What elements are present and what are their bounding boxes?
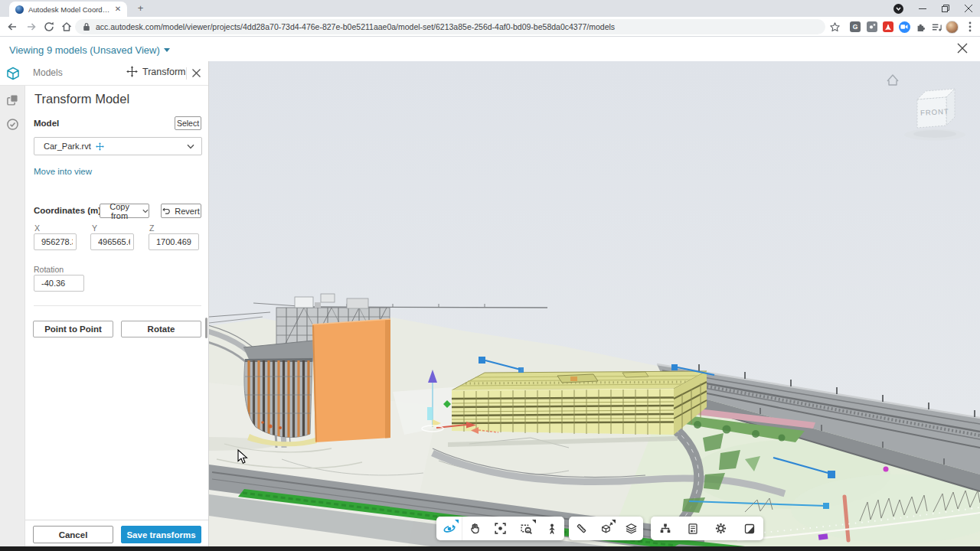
revert-button[interactable]: Revert	[161, 204, 201, 218]
rotation-input[interactable]	[34, 275, 84, 292]
zoom-window-button[interactable]	[513, 517, 539, 540]
tab-title: Autodesk Model Coordination	[28, 5, 110, 14]
coordinates-label: Coordinates (m)	[34, 206, 101, 215]
window-restore-button[interactable]	[934, 0, 957, 17]
x-axis-label: X	[34, 223, 40, 233]
tools-toolbar	[569, 517, 643, 540]
gear-icon	[714, 522, 727, 535]
z-coordinate-input[interactable]	[149, 233, 199, 250]
properties-button[interactable]	[679, 517, 707, 540]
model-section-label: Model	[34, 119, 59, 128]
orbit-icon	[443, 522, 456, 536]
autodesk-favicon-icon	[15, 5, 24, 14]
properties-icon	[687, 523, 699, 535]
move-into-view-link[interactable]: Move into view	[34, 167, 92, 176]
panel-close-icon[interactable]	[191, 68, 202, 79]
new-tab-button[interactable]: +	[135, 3, 146, 15]
view-selector[interactable]: Viewing 9 models (Unsaved View)	[9, 43, 170, 57]
panel-scrollbar[interactable]	[205, 318, 207, 338]
left-rail	[0, 86, 25, 546]
address-bar[interactable]: acc.autodesk.com/model/viewer/projects/4…	[75, 19, 825, 34]
window-minimize-button[interactable]	[911, 0, 934, 17]
pan-tool-button[interactable]	[462, 517, 488, 540]
model-dropdown[interactable]: Car_Park.rvt	[34, 137, 202, 155]
save-transforms-button[interactable]: Save transforms	[121, 526, 201, 543]
copy-from-label: Copy from	[100, 202, 139, 220]
panel-title: Transform Model	[34, 92, 129, 106]
chevron-down-icon	[187, 144, 194, 149]
layers-icon	[625, 522, 638, 535]
extension-zoom-icon[interactable]	[897, 20, 911, 34]
review-check-circle-icon[interactable]	[6, 118, 19, 131]
home-icon[interactable]	[60, 21, 73, 33]
viewer-canvas[interactable]: FRONT	[209, 61, 980, 546]
revert-label: Revert	[175, 207, 199, 216]
views-layers-icon[interactable]	[6, 93, 19, 106]
fit-to-view-button[interactable]	[488, 517, 513, 540]
bookmark-star-icon[interactable]	[828, 20, 841, 34]
cancel-button[interactable]: Cancel	[33, 526, 113, 543]
model-move-icon	[96, 142, 104, 151]
lock-icon	[83, 22, 90, 31]
transform-tab-label: Transform	[142, 67, 186, 77]
extension-capture-icon[interactable]	[865, 20, 879, 34]
recording-indicator-icon	[893, 4, 903, 14]
settings-button[interactable]	[707, 517, 735, 540]
browser-tab[interactable]: Autodesk Model Coordination ✕	[9, 2, 127, 17]
viewcube-front-label: FRONT	[920, 107, 949, 117]
first-person-button[interactable]	[539, 517, 564, 540]
extensions-puzzle-icon[interactable]	[914, 20, 928, 34]
forward-icon[interactable]	[25, 21, 38, 33]
window-close-button[interactable]	[957, 0, 980, 17]
x-coordinate-input[interactable]	[34, 233, 77, 250]
browser-menu-icon[interactable]	[963, 20, 977, 34]
zoom-window-icon	[520, 522, 533, 535]
reading-list-icon[interactable]	[929, 20, 943, 34]
pan-hand-icon	[469, 522, 482, 535]
tab-close-icon[interactable]: ✕	[113, 5, 122, 14]
bottom-edge-strip	[0, 546, 980, 551]
revert-undo-icon	[162, 207, 171, 215]
scene-3d: FRONT	[209, 61, 980, 546]
measure-ruler-icon	[575, 522, 588, 535]
model-tree-button[interactable]	[651, 517, 679, 540]
reload-icon[interactable]	[43, 21, 55, 33]
tab-transform[interactable]: Transform	[126, 66, 186, 77]
fit-to-view-icon	[494, 522, 507, 535]
models-cube-icon[interactable]	[6, 67, 20, 80]
selected-model-name: Car_Park.rvt	[44, 142, 91, 151]
chevron-down-icon	[142, 209, 149, 214]
select-model-button[interactable]: Select	[175, 116, 201, 130]
transform-move-icon	[126, 66, 138, 77]
explode-model-button[interactable]	[594, 517, 619, 540]
y-coordinate-input[interactable]	[90, 233, 134, 250]
point-to-point-button[interactable]: Point to Point	[33, 321, 113, 337]
orbit-tool-button[interactable]	[436, 517, 462, 540]
mouse-cursor	[237, 449, 248, 465]
extension-adobe-acrobat-icon[interactable]	[881, 20, 895, 34]
y-axis-label: Y	[92, 223, 97, 233]
orange-building-facade	[312, 319, 390, 442]
panel-models-label: Models	[33, 67, 63, 78]
measure-button[interactable]	[569, 517, 594, 540]
panels-toolbar	[651, 517, 763, 540]
url-text: acc.autodesk.com/model/viewer/projects/4…	[96, 22, 818, 31]
section-divider	[34, 305, 201, 306]
tool-options-badge	[532, 520, 536, 523]
first-person-icon	[546, 523, 558, 535]
copy-from-button[interactable]: Copy from	[100, 204, 149, 218]
model-tree-icon	[659, 523, 671, 535]
model-layers-button[interactable]	[619, 517, 643, 540]
back-icon[interactable]	[6, 21, 18, 33]
profile-avatar[interactable]	[945, 20, 959, 34]
tool-options-badge	[612, 520, 616, 523]
browser-titlebar: Autodesk Model Coordination ✕ +	[0, 0, 980, 17]
viewing-label: Viewing 9 models (Unsaved View)	[9, 44, 160, 56]
rotate-button[interactable]: Rotate	[121, 321, 201, 337]
extension-g-icon[interactable]: G	[848, 20, 862, 34]
screen-modes-button[interactable]	[735, 517, 763, 540]
rotation-label: Rotation	[34, 265, 64, 274]
close-transform-view-icon[interactable]	[956, 42, 970, 56]
caret-down-icon	[164, 48, 170, 52]
contrast-square-icon	[743, 523, 756, 535]
